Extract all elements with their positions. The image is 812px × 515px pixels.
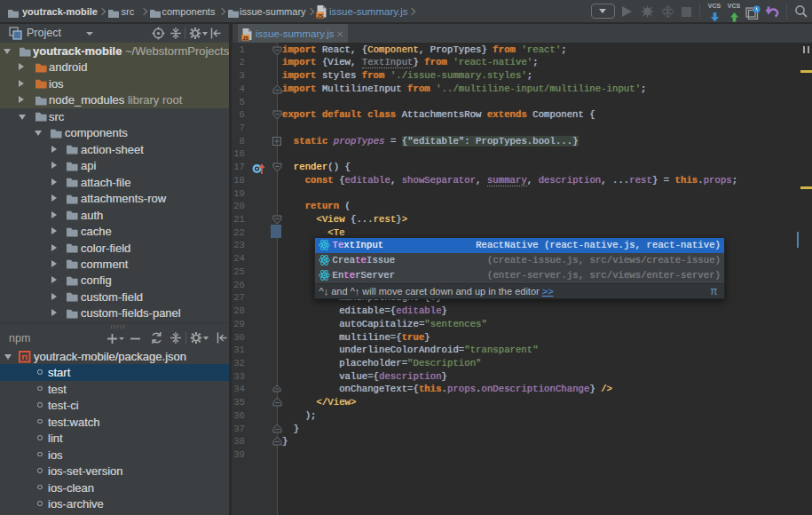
svg-text:JS: JS [317, 13, 323, 19]
svg-text:JS: JS [242, 35, 248, 40]
